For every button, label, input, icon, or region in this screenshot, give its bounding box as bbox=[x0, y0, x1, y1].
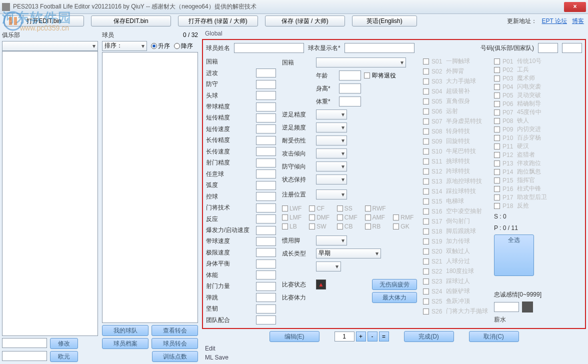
pstyle-check[interactable] bbox=[494, 144, 500, 150]
desc-radio[interactable] bbox=[174, 43, 180, 49]
open-edit-button[interactable]: 打开EDIT.bin bbox=[4, 16, 84, 26]
skill-check[interactable] bbox=[423, 178, 429, 184]
pstyle-check[interactable] bbox=[494, 58, 500, 64]
skill-check[interactable] bbox=[423, 58, 429, 64]
attr-input[interactable] bbox=[256, 147, 276, 156]
club-number-input[interactable] bbox=[538, 43, 558, 53]
nationality-combo[interactable] bbox=[316, 58, 406, 68]
skill-check[interactable] bbox=[423, 258, 429, 264]
pstyle-check[interactable] bbox=[494, 84, 500, 90]
position-check[interactable] bbox=[282, 206, 288, 212]
pstyle-check[interactable] bbox=[494, 92, 500, 98]
player-list[interactable] bbox=[102, 52, 198, 323]
pstyle-check[interactable] bbox=[494, 67, 500, 73]
pstyle-check[interactable] bbox=[494, 101, 500, 107]
attr-input[interactable] bbox=[256, 114, 276, 122]
pstyle-check[interactable] bbox=[494, 178, 500, 184]
skill-check[interactable] bbox=[423, 98, 429, 104]
select-all-button[interactable]: 全选 bbox=[494, 234, 534, 276]
skill-check[interactable] bbox=[423, 68, 429, 74]
attr-input[interactable] bbox=[256, 124, 276, 134]
form-combo[interactable] bbox=[316, 174, 347, 184]
position-check[interactable] bbox=[309, 206, 315, 212]
pstyle-check[interactable] bbox=[494, 110, 500, 116]
name-input[interactable] bbox=[234, 43, 304, 53]
foot-combo[interactable] bbox=[316, 236, 347, 246]
page-equal-button[interactable]: = bbox=[379, 332, 389, 342]
attr-input[interactable] bbox=[256, 204, 276, 212]
attr-input[interactable] bbox=[256, 293, 276, 302]
euro-input[interactable] bbox=[2, 351, 47, 361]
close-button[interactable]: × bbox=[564, 2, 586, 12]
skill-check[interactable] bbox=[423, 118, 429, 124]
position-check[interactable] bbox=[337, 214, 343, 220]
retire-check[interactable] bbox=[364, 72, 370, 78]
no-injury-button[interactable]: 无伤病疲劳 bbox=[372, 279, 417, 290]
skill-check[interactable] bbox=[423, 108, 429, 114]
position-check[interactable] bbox=[309, 224, 315, 230]
skill-check[interactable] bbox=[423, 308, 429, 314]
asc-radio[interactable] bbox=[151, 43, 157, 49]
pstyle-check[interactable] bbox=[494, 118, 500, 124]
club-search-input[interactable] bbox=[2, 338, 47, 348]
skill-check[interactable] bbox=[423, 198, 429, 204]
forum-link[interactable]: EPT 论坛 bbox=[542, 17, 567, 26]
weak-acc-combo[interactable] bbox=[316, 110, 347, 120]
done-button[interactable]: 完成(D) bbox=[404, 331, 454, 342]
euro-button[interactable]: 欧元 bbox=[50, 351, 78, 362]
modify-button[interactable]: 修改 bbox=[50, 338, 78, 349]
shirt-input[interactable] bbox=[344, 43, 414, 53]
skill-check[interactable] bbox=[423, 268, 429, 274]
attr-input[interactable] bbox=[256, 181, 276, 190]
attr-input[interactable] bbox=[256, 214, 276, 224]
open-save-button[interactable]: 打开存档 (绿茵 / 大师) bbox=[178, 16, 258, 26]
club-list[interactable] bbox=[2, 51, 98, 336]
pstyle-check[interactable] bbox=[494, 135, 500, 141]
weak-freq-combo[interactable] bbox=[316, 122, 347, 132]
injury-combo[interactable] bbox=[316, 136, 347, 146]
save-save-button[interactable]: 保存 (绿茵 / 大师) bbox=[265, 16, 345, 26]
attr-input[interactable] bbox=[256, 248, 276, 257]
def-tend-combo[interactable] bbox=[316, 162, 347, 172]
sort-combo[interactable]: 排序： bbox=[102, 41, 147, 51]
attr-input[interactable] bbox=[256, 80, 276, 89]
skill-check[interactable] bbox=[423, 188, 429, 194]
pstyle-check[interactable] bbox=[494, 194, 500, 200]
skill-check[interactable] bbox=[423, 208, 429, 214]
pstyle-check[interactable] bbox=[494, 203, 500, 209]
skill-check[interactable] bbox=[423, 228, 429, 234]
edit-button[interactable]: 编辑(E) bbox=[270, 331, 320, 342]
pstyle-check[interactable] bbox=[494, 76, 500, 82]
pstyle-check[interactable] bbox=[494, 152, 500, 158]
position-check[interactable] bbox=[282, 224, 288, 230]
attr-input[interactable] bbox=[256, 260, 276, 268]
skill-check[interactable] bbox=[423, 158, 429, 164]
attr-input[interactable] bbox=[256, 226, 276, 235]
position-check[interactable] bbox=[393, 214, 399, 220]
position-check[interactable] bbox=[309, 214, 315, 220]
train-points-button[interactable]: 训练点数 bbox=[152, 351, 198, 362]
view-transfer-button[interactable]: 查看转会 bbox=[152, 325, 198, 336]
global-tab[interactable]: Global bbox=[202, 30, 586, 39]
attr-input[interactable] bbox=[256, 102, 276, 112]
my-team-button[interactable]: 我的球队 bbox=[102, 325, 148, 336]
attr-input[interactable] bbox=[256, 158, 276, 168]
reg-pos-combo[interactable] bbox=[316, 190, 347, 200]
skill-check[interactable] bbox=[423, 138, 429, 144]
player-file-button[interactable]: 球员档案 bbox=[102, 338, 148, 349]
blog-link[interactable]: 博客 bbox=[572, 17, 584, 26]
position-check[interactable] bbox=[337, 224, 343, 230]
skill-check[interactable] bbox=[423, 148, 429, 154]
pstyle-check[interactable] bbox=[494, 169, 500, 175]
club-combo[interactable] bbox=[2, 41, 98, 51]
skill-check[interactable] bbox=[423, 238, 429, 244]
attr-input[interactable] bbox=[256, 316, 276, 324]
attr-input[interactable] bbox=[256, 170, 276, 178]
nation-number-input[interactable] bbox=[562, 43, 582, 53]
attr-input[interactable] bbox=[256, 270, 276, 280]
atk-tend-combo[interactable] bbox=[316, 148, 347, 158]
attr-input[interactable] bbox=[256, 136, 276, 145]
skill-check[interactable] bbox=[423, 168, 429, 174]
attr-input[interactable] bbox=[256, 91, 276, 100]
position-check[interactable] bbox=[282, 214, 288, 220]
